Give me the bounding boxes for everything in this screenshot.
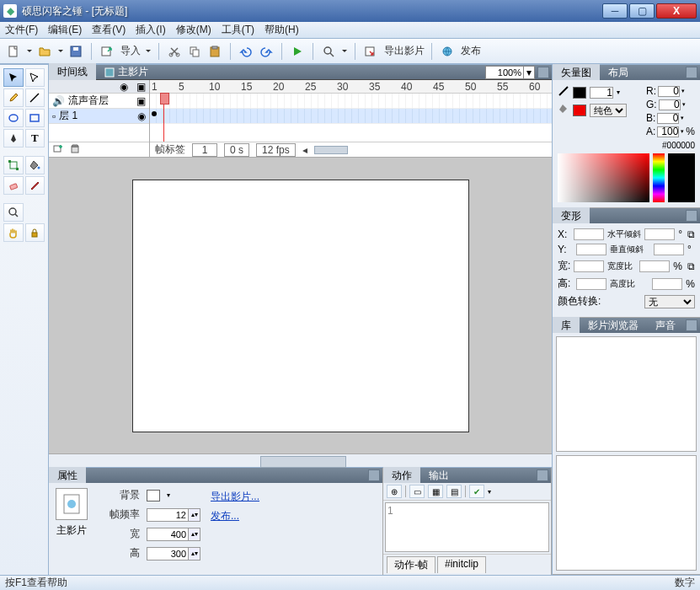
eraser-tool[interactable]: [3, 176, 24, 195]
x-input[interactable]: [574, 228, 604, 240]
subselect-tool[interactable]: [25, 68, 45, 87]
fps-input[interactable]: [147, 508, 189, 522]
playhead[interactable]: [163, 94, 164, 142]
h-input[interactable]: [576, 278, 606, 290]
rect-tool[interactable]: [25, 109, 45, 127]
spinner[interactable]: ▴▾: [189, 508, 200, 522]
width-input[interactable]: [147, 528, 189, 541]
panel-menu-icon[interactable]: [686, 67, 697, 78]
bg-color-swatch[interactable]: [147, 490, 160, 502]
copy-button[interactable]: [186, 42, 203, 61]
menu-modify[interactable]: 修改(M): [176, 23, 211, 37]
close-button[interactable]: X: [656, 3, 697, 19]
export-link[interactable]: 导出影片...: [211, 490, 259, 504]
zoom-select[interactable]: ▾: [485, 66, 535, 79]
menu-tools[interactable]: 工具(T): [222, 23, 254, 37]
panel-menu-icon[interactable]: [537, 67, 549, 78]
menu-insert[interactable]: 插入(I): [136, 23, 165, 37]
save-button[interactable]: [67, 42, 84, 61]
b-input[interactable]: [657, 113, 679, 124]
publish-button[interactable]: [439, 42, 456, 61]
new-button[interactable]: [5, 42, 22, 61]
zoom-button[interactable]: [320, 42, 337, 61]
w-input[interactable]: [574, 260, 604, 272]
spinner[interactable]: ▴▾: [189, 528, 200, 541]
menu-help[interactable]: 帮助(H): [265, 23, 299, 37]
maximize-button[interactable]: ▢: [629, 3, 655, 19]
delete-layer-icon[interactable]: [69, 142, 81, 157]
frame-row-1[interactable]: [150, 109, 552, 124]
panel-menu-icon[interactable]: [537, 469, 548, 481]
stroke-color-swatch[interactable]: [573, 87, 586, 99]
add-action-icon[interactable]: ⊕: [387, 485, 402, 498]
frame-scrollbar[interactable]: [314, 146, 348, 154]
color-picker[interactable]: [558, 153, 695, 202]
pencil-tool[interactable]: [3, 88, 24, 107]
redo-button[interactable]: [258, 42, 275, 61]
open-button[interactable]: [36, 42, 53, 61]
tab-vector[interactable]: 矢量图: [553, 64, 600, 82]
spinner[interactable]: ▴▾: [189, 547, 200, 560]
visibility-toggle[interactable]: ◉: [137, 110, 146, 122]
tab-main-movie[interactable]: 主影片: [96, 63, 157, 81]
initclip-tab[interactable]: #initclip: [437, 556, 486, 573]
stage[interactable]: [132, 180, 469, 432]
text-tool[interactable]: T: [25, 129, 45, 148]
oval-tool[interactable]: [3, 109, 24, 127]
paint-bucket-tool[interactable]: [25, 156, 45, 174]
hskew-input[interactable]: [644, 228, 675, 240]
stage-scroll-h[interactable]: [49, 453, 552, 467]
a-input[interactable]: [657, 126, 679, 137]
add-layer-icon[interactable]: [52, 142, 64, 157]
height-input[interactable]: [147, 547, 189, 560]
frame-row-sound[interactable]: [150, 94, 552, 109]
stroke-width-input[interactable]: [590, 87, 613, 99]
import-button[interactable]: [99, 42, 115, 61]
color-transform-select[interactable]: 无: [644, 295, 695, 308]
visibility-toggle[interactable]: ▣: [136, 95, 146, 107]
stage-wrap[interactable]: [49, 158, 552, 453]
y-input[interactable]: [576, 244, 606, 255]
lock-tool[interactable]: [25, 223, 45, 242]
show-codehint-icon[interactable]: ▤: [446, 485, 462, 498]
play-button[interactable]: [289, 42, 306, 61]
hue-slider[interactable]: [653, 153, 665, 202]
hscale-input[interactable]: [652, 278, 682, 290]
panel-menu-icon[interactable]: [368, 469, 380, 481]
library-list[interactable]: [556, 455, 697, 571]
replace-icon[interactable]: ▦: [428, 485, 443, 498]
dropdown-icon[interactable]: [341, 48, 348, 55]
menu-edit[interactable]: 编辑(E): [48, 23, 82, 37]
paste-button[interactable]: [206, 42, 223, 61]
panel-menu-icon[interactable]: [686, 210, 697, 222]
dropdown-icon[interactable]: [57, 48, 64, 55]
publish-link[interactable]: 发布...: [211, 509, 259, 523]
fill-color-swatch[interactable]: [573, 105, 586, 116]
wscale-input[interactable]: [639, 260, 670, 272]
undo-button[interactable]: [238, 42, 254, 61]
tab-output[interactable]: 输出: [420, 467, 457, 485]
zoom-tool[interactable]: [3, 203, 24, 222]
cut-button[interactable]: [166, 42, 183, 61]
color-field[interactable]: [558, 153, 649, 202]
zoom-input[interactable]: [486, 67, 523, 78]
dropdown-icon[interactable]: [26, 48, 33, 55]
tab-library[interactable]: 库: [553, 317, 580, 335]
r-input[interactable]: [658, 86, 680, 97]
check-syntax-icon[interactable]: ✔: [469, 485, 484, 498]
lock-header-icon[interactable]: ▣: [136, 81, 146, 93]
scroll-left-icon[interactable]: ◂: [302, 144, 307, 156]
fill-type-select[interactable]: 纯色: [590, 104, 627, 117]
frame-ruler[interactable]: 15101520253035404550556065: [150, 80, 552, 94]
script-area[interactable]: 1: [385, 502, 549, 552]
menu-file[interactable]: 文件(F): [5, 23, 38, 37]
selection-tool[interactable]: [3, 68, 24, 87]
layer-1[interactable]: ▫层 1◉: [49, 109, 149, 124]
minimize-button[interactable]: ─: [602, 3, 628, 19]
tab-layout[interactable]: 布局: [600, 64, 637, 82]
tab-sound[interactable]: 声音: [647, 317, 684, 335]
vskew-input[interactable]: [654, 244, 684, 255]
layer-sound[interactable]: 🔊流声音层▣: [49, 94, 149, 109]
tab-transform[interactable]: 变形: [553, 207, 590, 225]
dropdown-icon[interactable]: [145, 48, 152, 55]
